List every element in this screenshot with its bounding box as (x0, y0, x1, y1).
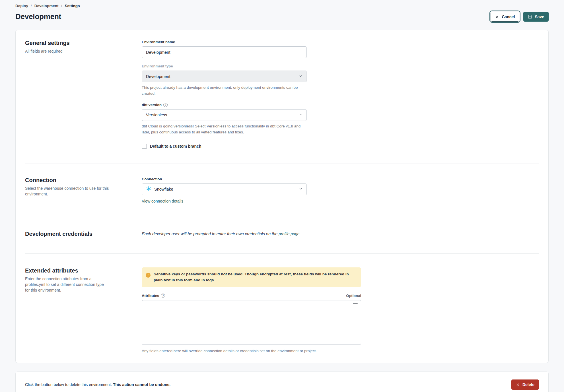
page-header: Development Cancel Save (15, 12, 549, 22)
warning-exclamation-icon: ! (146, 273, 151, 278)
breadcrumb: Deploy / Development / Settings (15, 0, 549, 8)
connection-label: Connection (142, 177, 307, 181)
delete-button-label: Delete (522, 382, 534, 387)
cancel-button[interactable]: Cancel (491, 12, 519, 22)
development-credentials-heading: Development credentials (25, 231, 130, 237)
sensitive-keys-warning-banner: ! Sensitive keys or passwords should not… (142, 267, 361, 287)
page-title: Development (15, 12, 61, 21)
extended-attributes-subheading: Enter the connection attributes from a p… (25, 276, 108, 293)
help-circle-icon[interactable]: ? (161, 294, 165, 298)
profile-page-link[interactable]: profile page (279, 232, 299, 236)
environment-type-label: Environment type (142, 64, 307, 68)
breadcrumb-separator: / (61, 4, 62, 8)
connection-subheading: Select the warehouse connection to use f… (25, 185, 130, 197)
environment-name-label: Environment name (142, 40, 307, 44)
extended-attributes-heading: Extended attributes (25, 267, 130, 274)
delete-button[interactable]: Delete (511, 379, 539, 390)
delete-environment-text: Click the button below to delete this en… (25, 382, 170, 387)
breadcrumb-separator: / (31, 4, 32, 8)
attributes-textarea[interactable] (142, 300, 361, 345)
connection-select[interactable]: Snowflake (142, 183, 307, 195)
default-custom-branch-checkbox-row[interactable]: Default to a custom branch (142, 144, 539, 149)
section-development-credentials: Development credentials Each developer u… (25, 203, 539, 239)
environment-type-help: This project already has a development e… (142, 85, 307, 97)
dbt-version-help: dbt Cloud is going versionless! Select V… (142, 123, 307, 135)
attributes-label: Attributes ? (142, 294, 165, 298)
section-general-settings: General settings All fields are required… (25, 40, 539, 164)
general-settings-subheading: All fields are required (25, 48, 130, 54)
collapse-fold-icon[interactable] (353, 303, 358, 304)
connection-heading: Connection (25, 177, 130, 183)
default-custom-branch-label: Default to a custom branch (150, 144, 201, 148)
environment-type-value: Development (146, 74, 296, 79)
floppy-disk-icon (528, 15, 532, 19)
environment-name-input[interactable] (142, 46, 307, 58)
delete-environment-card: Click the button below to delete this en… (15, 372, 549, 392)
general-settings-heading: General settings (25, 40, 130, 46)
optional-badge: Optional (346, 294, 361, 298)
dbt-version-select[interactable]: Versionless (142, 109, 307, 121)
dbt-version-field-group: dbt version ? Versionless dbt Cloud is g… (142, 103, 307, 135)
chevron-down-icon (299, 187, 302, 191)
help-circle-icon[interactable]: ? (163, 103, 168, 107)
header-actions: Cancel Save (491, 12, 549, 22)
attributes-help: Any fields entered here will override co… (142, 348, 361, 354)
cancel-button-label: Cancel (502, 15, 515, 19)
environment-settings-page: Deploy / Development / Settings Developm… (0, 0, 564, 392)
save-button[interactable]: Save (523, 12, 549, 22)
dbt-version-value: Versionless (146, 113, 296, 117)
breadcrumb-deploy[interactable]: Deploy (15, 4, 28, 8)
snowflake-icon (146, 186, 151, 192)
x-icon (495, 15, 499, 19)
save-button-label: Save (535, 15, 544, 19)
connection-field-group: Connection Snowflake (142, 177, 307, 203)
credentials-note: Each developer user will be prompted to … (142, 231, 539, 236)
dbt-version-label: dbt version ? (142, 103, 307, 107)
breadcrumb-development[interactable]: Development (34, 4, 59, 8)
view-connection-details-link[interactable]: View connection details (142, 199, 183, 203)
connection-value: Snowflake (154, 187, 296, 191)
attributes-editor-wrap (142, 300, 361, 346)
section-connection: Connection Select the warehouse connecti… (25, 164, 539, 203)
breadcrumb-settings: Settings (65, 4, 80, 8)
environment-type-field-group: Environment type Development This projec… (142, 64, 307, 97)
chevron-down-icon (299, 74, 302, 79)
checkbox-unchecked-icon[interactable] (142, 144, 147, 149)
attributes-label-row: Attributes ? Optional (142, 294, 361, 298)
environment-type-select[interactable]: Development (142, 71, 307, 82)
warning-text: Sensitive keys or passwords should not b… (154, 271, 357, 283)
chevron-down-icon (299, 113, 302, 117)
settings-card: General settings All fields are required… (15, 30, 549, 363)
environment-name-field-group: Environment name (142, 40, 307, 58)
section-extended-attributes: Extended attributes Enter the connection… (25, 254, 539, 354)
x-icon (516, 383, 520, 387)
